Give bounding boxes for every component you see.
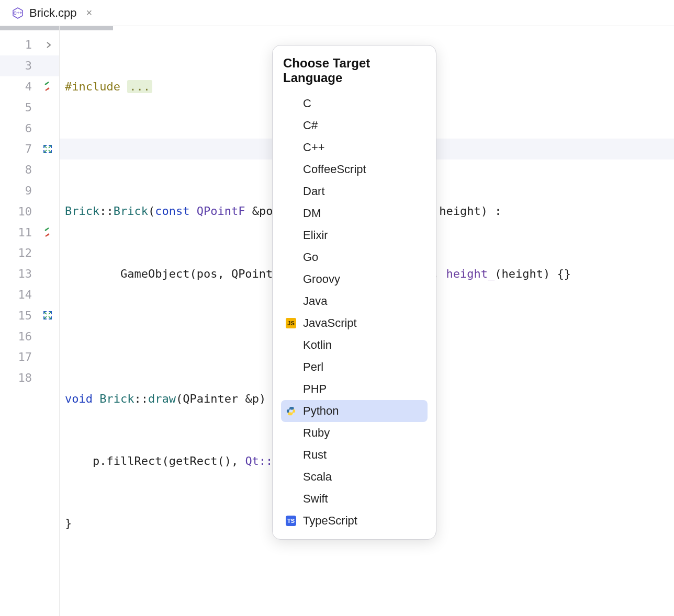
language-label: C# bbox=[303, 119, 318, 132]
blank-icon bbox=[285, 98, 297, 109]
gutter-line[interactable]: 6 bbox=[0, 118, 59, 139]
gutter-line[interactable]: 4 bbox=[0, 76, 59, 97]
language-item-java[interactable]: Java bbox=[281, 290, 428, 312]
blank-icon bbox=[285, 252, 297, 263]
close-icon[interactable]: × bbox=[86, 7, 92, 19]
language-label: Swift bbox=[303, 492, 328, 506]
language-label: Java bbox=[303, 294, 327, 308]
svg-point-2 bbox=[289, 407, 290, 408]
diff-change-icon[interactable] bbox=[41, 226, 53, 238]
gutter-line[interactable]: 1 bbox=[0, 35, 59, 55]
blank-icon bbox=[285, 295, 297, 307]
language-item-go[interactable]: Go bbox=[281, 246, 428, 268]
code-line bbox=[60, 576, 674, 597]
expand-icon[interactable] bbox=[42, 310, 53, 321]
language-item-php[interactable]: PHP bbox=[281, 378, 428, 400]
language-item-coffeescript[interactable]: CoffeeScript bbox=[281, 158, 428, 180]
tab-filename: Brick.cpp bbox=[29, 6, 76, 20]
language-label: Scala bbox=[303, 470, 332, 484]
gutter-line[interactable]: 17 bbox=[0, 347, 59, 368]
language-label: Kotlin bbox=[303, 338, 332, 352]
language-item-c-[interactable]: C++ bbox=[281, 136, 428, 158]
blank-icon bbox=[285, 208, 297, 219]
language-label: C bbox=[303, 97, 311, 110]
svg-point-3 bbox=[292, 414, 293, 415]
gutter-line[interactable]: 13 bbox=[0, 264, 59, 284]
python-icon bbox=[285, 405, 297, 417]
language-item-kotlin[interactable]: Kotlin bbox=[281, 334, 428, 356]
gutter-line[interactable]: 9 bbox=[0, 180, 59, 201]
language-item-dm[interactable]: DM bbox=[281, 202, 428, 224]
diff-change-icon[interactable] bbox=[41, 81, 53, 92]
blank-icon bbox=[285, 230, 297, 241]
language-label: JavaScript bbox=[303, 316, 357, 330]
gutter-line[interactable]: 10 bbox=[0, 201, 59, 222]
typescript-icon: TS bbox=[285, 515, 297, 527]
gutter-line[interactable]: 16 bbox=[0, 326, 59, 347]
language-list: CC#C++CoffeeScriptDartDMElixirGoGroovyJa… bbox=[278, 93, 431, 532]
blank-icon bbox=[285, 361, 297, 373]
gutter-line[interactable]: 15 bbox=[0, 305, 59, 326]
language-item-javascript[interactable]: JSJavaScript bbox=[281, 312, 428, 334]
fold-ellipsis[interactable]: ... bbox=[127, 80, 152, 93]
language-item-elixir[interactable]: Elixir bbox=[281, 224, 428, 246]
language-item-python[interactable]: Python bbox=[281, 400, 428, 422]
blank-icon bbox=[285, 383, 297, 395]
blank-icon bbox=[285, 186, 297, 197]
blank-icon bbox=[285, 339, 297, 351]
language-item-swift[interactable]: Swift bbox=[281, 488, 428, 510]
gutter-line[interactable]: 11 bbox=[0, 222, 59, 243]
gutter-line[interactable]: 8 bbox=[0, 159, 59, 180]
blank-icon bbox=[285, 493, 297, 505]
blank-icon bbox=[285, 427, 297, 439]
popup-title: Choose Target Language bbox=[278, 53, 431, 93]
language-label: PHP bbox=[303, 382, 327, 396]
svg-text:C++: C++ bbox=[13, 10, 22, 16]
language-item-groovy[interactable]: Groovy bbox=[281, 268, 428, 290]
gutter-line[interactable]: 12 bbox=[0, 243, 59, 264]
blank-icon bbox=[285, 164, 297, 175]
tab-brick-cpp[interactable]: C++ Brick.cpp × bbox=[6, 3, 97, 23]
language-label: C++ bbox=[303, 141, 325, 154]
language-item-c-[interactable]: C# bbox=[281, 115, 428, 136]
gutter-line[interactable]: 14 bbox=[0, 284, 59, 305]
gutter: 1 3 4 5 6 7 8 bbox=[0, 26, 60, 616]
javascript-icon: JS bbox=[285, 317, 297, 329]
language-label: Elixir bbox=[303, 229, 328, 242]
blank-icon bbox=[285, 142, 297, 153]
language-item-scala[interactable]: Scala bbox=[281, 466, 428, 488]
language-label: Python bbox=[303, 404, 339, 418]
blank-icon bbox=[285, 120, 297, 131]
language-item-rust[interactable]: Rust bbox=[281, 444, 428, 466]
tab-bar: C++ Brick.cpp × bbox=[0, 0, 674, 26]
language-label: Rust bbox=[303, 448, 327, 462]
language-label: Groovy bbox=[303, 272, 340, 286]
expand-icon[interactable] bbox=[42, 144, 53, 154]
language-item-dart[interactable]: Dart bbox=[281, 180, 428, 202]
gutter-line[interactable]: 5 bbox=[0, 97, 59, 118]
language-label: Perl bbox=[303, 360, 323, 374]
gutter-line[interactable]: 3 bbox=[0, 55, 59, 76]
language-item-c[interactable]: C bbox=[281, 93, 428, 115]
blank-icon bbox=[285, 273, 297, 285]
chevron-right-icon[interactable] bbox=[44, 41, 53, 49]
language-label: Dart bbox=[303, 185, 325, 198]
language-label: TypeScript bbox=[303, 514, 357, 528]
cpp-file-icon: C++ bbox=[12, 7, 24, 19]
gutter-line[interactable]: 18 bbox=[0, 368, 59, 389]
gutter-line[interactable]: 7 bbox=[0, 139, 59, 159]
blank-icon bbox=[285, 471, 297, 483]
language-label: Go bbox=[303, 250, 318, 264]
language-label: CoffeeScript bbox=[303, 163, 366, 176]
language-item-perl[interactable]: Perl bbox=[281, 356, 428, 378]
language-label: Ruby bbox=[303, 426, 330, 440]
blank-icon bbox=[285, 449, 297, 461]
choose-language-popup: Choose Target Language CC#C++CoffeeScrip… bbox=[272, 45, 436, 540]
language-item-ruby[interactable]: Ruby bbox=[281, 422, 428, 444]
language-item-typescript[interactable]: TSTypeScript bbox=[281, 510, 428, 532]
language-label: DM bbox=[303, 207, 321, 220]
